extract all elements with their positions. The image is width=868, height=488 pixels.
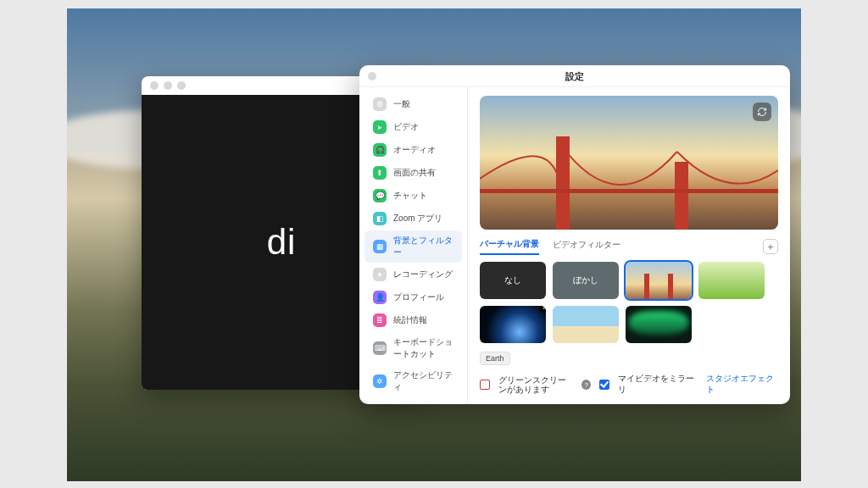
settings-sidebar: ⚙一般▸ビデオ🎧オーディオ⬆画面の共有💬チャット◧Zoom アプリ▦背景とフィル… [359,87,468,404]
settings-title-text: 設定 [565,71,584,81]
sidebar-item-label: プロフィール [393,291,444,303]
sidebar-item-label: 一般 [393,98,410,110]
sidebar-item-7[interactable]: ●レコーディング [364,263,462,286]
sidebar-icon: ● [373,268,387,281]
sidebar-item-label: 背景とフィルター [393,235,453,258]
thumb-aurora[interactable] [626,306,692,343]
thumb-bridge[interactable] [626,262,692,299]
sidebar-item-1[interactable]: ▸ビデオ [364,116,462,138]
sidebar-item-label: キーボードショートカット [393,336,453,360]
sidebar-item-5[interactable]: ◧Zoom アプリ [364,208,462,230]
mirror-video-label: マイビデオをミラーリ [618,374,698,396]
tab-video-filters[interactable]: ビデオフィルター [553,239,620,254]
sidebar-item-label: ビデオ [393,121,419,133]
sidebar-item-label: オーディオ [393,144,436,156]
help-icon[interactable]: ? [581,380,591,390]
traffic-light-min[interactable] [164,81,172,90]
sidebar-icon: ⌨ [373,341,387,355]
settings-window: 設定 ⚙一般▸ビデオ🎧オーディオ⬆画面の共有💬チャット◧Zoom アプリ▦背景と… [359,65,790,404]
green-screen-label: グリーンスクリーンがあります [498,375,573,395]
sidebar-item-11[interactable]: ✲アクセシビリティ [364,365,462,397]
settings-title: 設定 [359,65,790,87]
sidebar-icon: 🎧 [373,143,387,157]
sidebar-icon: ⬆ [373,166,387,180]
thumb-grass[interactable] [698,262,765,299]
studio-effects-link[interactable]: スタジオエフェクト [706,374,778,396]
sidebar-icon: ✲ [373,374,387,388]
sidebar-icon: ▦ [373,240,387,253]
sidebar-item-label: 画面の共有 [393,167,436,179]
sidebar-icon: ▸ [373,120,387,134]
background-thumbnails: なし ぼかし × [480,262,778,343]
green-screen-checkbox[interactable] [480,380,490,390]
close-icon[interactable] [368,72,376,80]
sidebar-icon: ◧ [373,212,387,225]
sidebar-item-label: Zoom アプリ [393,213,442,225]
sidebar-item-8[interactable]: 👤プロフィール [364,286,462,308]
add-background-button[interactable]: ＋ [763,239,778,254]
thumb-earth[interactable]: × [480,306,546,343]
traffic-light-max[interactable] [177,81,186,90]
sidebar-icon: 💬 [373,189,387,202]
traffic-light-close[interactable] [150,81,159,90]
background-tabs: バーチャル背景 ビデオフィルター ＋ [480,238,778,255]
sidebar-item-label: チャット [393,190,427,202]
sidebar-item-10[interactable]: ⌨キーボードショートカット [364,332,462,364]
sidebar-item-9[interactable]: ≣統計情報 [364,309,462,331]
delete-thumb-icon[interactable]: × [539,306,546,313]
sidebar-item-label: 統計情報 [393,314,427,326]
tab-virtual-background[interactable]: バーチャル背景 [480,238,539,255]
thumb-blur[interactable]: ぼかし [553,262,619,299]
sidebar-item-label: アクセシビリティ [393,369,453,393]
sidebar-item-label: レコーディング [393,269,453,280]
background-footer: グリーンスクリーンがあります ? マイビデオをミラーリ スタジオエフェクト [480,365,778,396]
thumb-beach[interactable] [553,306,619,343]
sidebar-icon: ⚙ [373,97,387,111]
sidebar-item-2[interactable]: 🎧オーディオ [364,139,462,161]
thumb-tooltip: Earth [480,352,510,365]
mirror-video-checkbox[interactable] [599,380,609,390]
video-overlay-text: di [267,222,297,263]
background-preview [480,96,778,230]
background-filters-panel: バーチャル背景 ビデオフィルター ＋ なし ぼかし × Earth [468,87,790,404]
sidebar-item-3[interactable]: ⬆画面の共有 [364,162,462,184]
thumb-none[interactable]: なし [480,262,546,299]
desktop-wallpaper: di 設定 ⚙一般▸ビデオ🎧オーディオ⬆画面の共有💬チャット◧Zoom アプリ▦… [67,8,801,481]
sidebar-item-4[interactable]: 💬チャット [364,185,462,207]
sidebar-item-0[interactable]: ⚙一般 [364,93,462,115]
sidebar-icon: 👤 [373,291,387,304]
rotate-camera-button[interactable] [753,103,771,121]
sidebar-item-6[interactable]: ▦背景とフィルター [364,230,462,263]
sidebar-icon: ≣ [373,313,387,327]
